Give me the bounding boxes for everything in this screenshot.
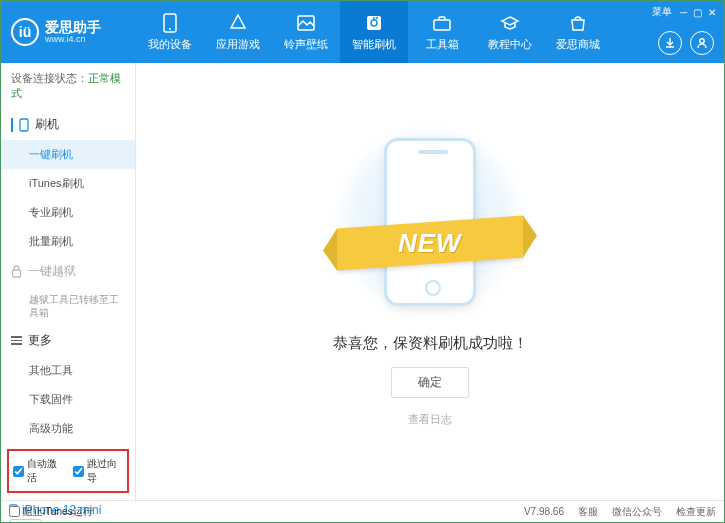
footer-service-link[interactable]: 客服 (578, 505, 598, 519)
close-icon[interactable]: ✕ (708, 7, 716, 18)
sidebar-item-batch-flash[interactable]: 批量刷机 (1, 227, 135, 256)
nav-toolbox[interactable]: 工具箱 (408, 1, 476, 63)
nav-smart-flash[interactable]: 智能刷机 (340, 1, 408, 63)
nav-ringtone-wallpaper[interactable]: 铃声壁纸 (272, 1, 340, 63)
sidebar-item-itunes-flash[interactable]: iTunes刷机 (1, 169, 135, 198)
phone-icon (160, 13, 180, 33)
view-log-link[interactable]: 查看日志 (408, 412, 452, 427)
nav-store[interactable]: 爱思商城 (544, 1, 612, 63)
storage-badge: 64GB (9, 519, 42, 523)
version-label: V7.98.66 (524, 506, 564, 517)
sidebar-item-download-firmware[interactable]: 下载固件 (1, 385, 135, 414)
app-title: 爱思助手 (45, 20, 101, 34)
footer-wechat-link[interactable]: 微信公众号 (612, 505, 662, 519)
app-url: www.i4.cn (45, 34, 101, 44)
nav-label: 我的设备 (148, 37, 192, 52)
nav-apps-games[interactable]: 应用游戏 (204, 1, 272, 63)
store-icon (568, 13, 588, 33)
phone-small-icon (19, 118, 29, 132)
jailbreak-note: 越狱工具已转移至工具箱 (1, 287, 135, 325)
sidebar-item-pro-flash[interactable]: 专业刷机 (1, 198, 135, 227)
section-label: 一键越狱 (28, 263, 76, 280)
sidebar: 设备连接状态：正常模式 刷机 一键刷机 iTunes刷机 专业刷机 批量刷机 一… (1, 63, 136, 500)
minimize-icon[interactable]: ─ (680, 7, 687, 18)
sidebar-item-advanced[interactable]: 高级功能 (1, 414, 135, 443)
lock-icon (11, 265, 22, 278)
main-nav: 我的设备 应用游戏 铃声壁纸 智能刷机 工具箱 教程中心 爱思商城 (136, 1, 612, 63)
svg-rect-6 (20, 119, 28, 131)
logo-icon: iü (11, 18, 39, 46)
section-flash[interactable]: 刷机 (1, 109, 135, 140)
checkbox-skip-guide[interactable]: 跳过向导 (73, 457, 123, 485)
flash-icon (364, 13, 384, 33)
main-content: NEW 恭喜您，保资料刷机成功啦！ 确定 查看日志 (136, 63, 724, 500)
nav-label: 智能刷机 (352, 37, 396, 52)
hamburger-icon (11, 336, 22, 345)
section-jailbreak: 一键越狱 (1, 256, 135, 287)
sidebar-item-other-tools[interactable]: 其他工具 (1, 356, 135, 385)
nav-label: 应用游戏 (216, 37, 260, 52)
menu-label[interactable]: 菜单 (652, 5, 672, 19)
confirm-button[interactable]: 确定 (391, 367, 469, 398)
nav-label: 教程中心 (488, 37, 532, 52)
apps-icon (228, 13, 248, 33)
svg-point-5 (700, 39, 704, 43)
window-controls: 菜单 ─ ▢ ✕ (652, 5, 716, 19)
success-message: 恭喜您，保资料刷机成功啦！ (333, 334, 528, 353)
toolbox-icon (432, 13, 452, 33)
nav-label: 爱思商城 (556, 37, 600, 52)
connection-status: 设备连接状态：正常模式 (1, 63, 135, 109)
success-illustration: NEW (355, 136, 505, 316)
nav-my-device[interactable]: 我的设备 (136, 1, 204, 63)
ribbon-text: NEW (398, 228, 462, 259)
nav-label: 工具箱 (426, 37, 459, 52)
section-label: 更多 (28, 332, 52, 349)
wallpaper-icon (296, 13, 316, 33)
tutorial-icon (500, 13, 520, 33)
footer-update-link[interactable]: 检查更新 (676, 505, 716, 519)
options-highlight-box: 自动激活 跳过向导 (7, 449, 129, 493)
checkbox-auto-activate[interactable]: 自动激活 (13, 457, 63, 485)
nav-label: 铃声壁纸 (284, 37, 328, 52)
checkbox-block-itunes[interactable]: 阻止iTunes运行 (9, 505, 93, 519)
svg-rect-4 (434, 20, 450, 30)
maximize-icon[interactable]: ▢ (693, 7, 702, 18)
user-button[interactable] (690, 31, 714, 55)
svg-point-1 (169, 28, 171, 30)
svg-rect-7 (13, 270, 21, 277)
logo-area: iü 爱思助手 www.i4.cn (1, 18, 136, 46)
sidebar-item-oneclick-flash[interactable]: 一键刷机 (1, 140, 135, 169)
app-header: iü 爱思助手 www.i4.cn 我的设备 应用游戏 铃声壁纸 智能刷机 工具… (1, 1, 724, 63)
section-label: 刷机 (35, 116, 59, 133)
nav-tutorials[interactable]: 教程中心 (476, 1, 544, 63)
download-button[interactable] (658, 31, 682, 55)
section-more[interactable]: 更多 (1, 325, 135, 356)
